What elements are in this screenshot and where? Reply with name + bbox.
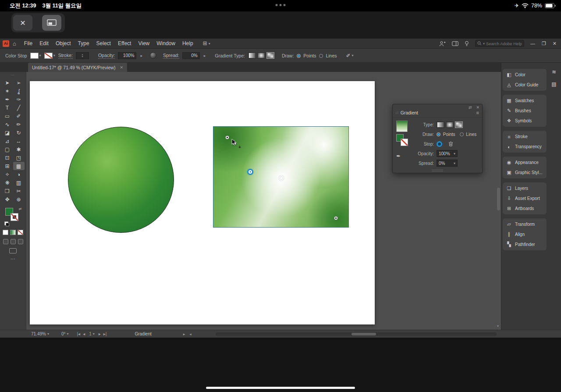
panel-stroke-indicator[interactable]: [401, 139, 408, 146]
draw-lines-radio[interactable]: Lines: [460, 132, 477, 137]
rectangle-tool[interactable]: ▭: [2, 112, 13, 120]
freeform-gradient-button[interactable]: [455, 121, 463, 128]
draw-points-radio[interactable]: Points: [297, 53, 316, 58]
horizontal-scrollbar[interactable]: [216, 332, 497, 336]
column-graph-tool[interactable]: ▥: [13, 178, 25, 187]
linear-gradient-button[interactable]: [437, 121, 444, 128]
lasso-tool[interactable]: ʆ: [13, 87, 25, 95]
status-expand-icon[interactable]: ▸: [183, 332, 185, 336]
perspective-grid-tool[interactable]: ◳: [13, 153, 25, 162]
spread-expand-button[interactable]: ▸: [203, 53, 207, 58]
panel-drag-icon[interactable]: ∷: [396, 110, 398, 115]
selection-tool[interactable]: ➤: [2, 78, 13, 87]
panel-stroke[interactable]: ≡ Stroke: [503, 132, 547, 142]
chevron-down-icon[interactable]: ▾: [82, 56, 83, 58]
arrange-windows-icon[interactable]: [452, 41, 458, 46]
panel-swatches[interactable]: ▦ Swatches: [503, 96, 547, 106]
scroll-down-icon[interactable]: ▾: [497, 324, 499, 328]
search-input[interactable]: [486, 41, 522, 46]
stroke-weight-stepper[interactable]: ▴ ▾: [76, 52, 89, 59]
panel-graphic-styles[interactable]: ▣ Graphic Styl...: [503, 167, 547, 178]
panel-brushes[interactable]: ✎ Brushes: [503, 106, 547, 116]
delete-stop-icon[interactable]: [448, 141, 453, 146]
close-tab-icon[interactable]: ✕: [120, 65, 123, 70]
collapse-panel-icon[interactable]: ⇄: [469, 105, 472, 110]
shape-builder-tool[interactable]: ⊡: [2, 153, 13, 162]
libraries-icon[interactable]: ▤: [551, 81, 556, 87]
draw-points-radio[interactable]: Points: [437, 132, 455, 137]
close-window-button[interactable]: ✕: [553, 41, 557, 46]
document-tab[interactable]: Untitled-17* @ 71.49 % (CMYK/Preview) ✕: [28, 63, 127, 72]
panel-appearance[interactable]: ◉ Appearance: [503, 157, 547, 167]
type-tool[interactable]: T: [2, 103, 13, 112]
gradient-annotator-toggle-icon[interactable]: [150, 52, 156, 59]
magic-wand-tool[interactable]: ✶: [2, 87, 13, 95]
panel-color-guide[interactable]: ◬ Color Guide: [503, 80, 547, 90]
draw-behind-button[interactable]: [11, 239, 16, 244]
mesh-tool[interactable]: ⊞: [2, 162, 13, 170]
gradient-stop[interactable]: [279, 175, 284, 181]
free-transform-tool[interactable]: ▢: [2, 145, 13, 153]
panel-asset-export[interactable]: ⇩ Asset Export: [503, 193, 547, 203]
menu-item[interactable]: Window: [153, 40, 179, 46]
direct-selection-tool[interactable]: ➢: [13, 78, 25, 87]
stroke-color-dropdown[interactable]: ▾: [44, 53, 55, 59]
artboard-number-dropdown[interactable]: 1 ▾: [88, 331, 96, 336]
close-panel-icon[interactable]: ✕: [476, 105, 479, 110]
gradient-stop[interactable]: [225, 135, 229, 139]
gradient-tool[interactable]: ▩: [13, 162, 25, 170]
slice-tool[interactable]: ✂: [13, 187, 25, 195]
menu-item[interactable]: Type: [75, 40, 93, 46]
menu-item[interactable]: Edit: [36, 40, 52, 46]
draw-normal-button[interactable]: [3, 239, 8, 244]
illustrator-logo[interactable]: Ai: [3, 40, 9, 47]
stroke-weight-label[interactable]: Stroke:: [58, 53, 73, 59]
puppet-warp-tool[interactable]: ✱: [13, 145, 25, 153]
width-tool[interactable]: ↔: [13, 137, 25, 145]
share-user-icon[interactable]: [439, 41, 446, 46]
last-artboard-button[interactable]: ▸|: [103, 331, 107, 336]
zoom-level-dropdown[interactable]: 71.49% ▾: [30, 331, 50, 336]
artboard[interactable]: +: [30, 81, 375, 324]
sidecar-display-button[interactable]: [42, 15, 61, 31]
toolbar-more-button[interactable]: ⋯: [0, 256, 26, 262]
menu-item[interactable]: Object: [52, 40, 75, 46]
artboard-tool[interactable]: ❒: [2, 187, 13, 195]
blend-tool[interactable]: ◑: [13, 170, 25, 178]
scrollbar-thumb[interactable]: [352, 333, 376, 335]
scale-tool[interactable]: ⊿: [2, 137, 13, 145]
opacity-select[interactable]: 100% ▾: [437, 150, 458, 157]
toolbar-drag-handle[interactable]: ⋯: [0, 72, 26, 77]
panel-menu-icon[interactable]: ≡: [476, 110, 479, 115]
draw-inside-button[interactable]: [18, 239, 23, 244]
panel-pathfinder[interactable]: ▚ Pathfinder: [503, 239, 547, 249]
rotation-dropdown[interactable]: 0° ▾: [60, 331, 70, 336]
rotate-tool[interactable]: ↻: [13, 128, 25, 137]
pencil-tool[interactable]: ✏: [13, 120, 25, 128]
opacity-expand-button[interactable]: ▸: [139, 53, 143, 58]
spread-select[interactable]: 0% ▾: [437, 160, 458, 167]
menu-item[interactable]: Help: [179, 40, 197, 46]
zoom-tool[interactable]: ⊕: [13, 195, 25, 203]
eyedropper-tool[interactable]: ✧: [2, 170, 13, 178]
panel-color[interactable]: ◧ Color: [503, 70, 547, 80]
paintbrush-tool[interactable]: ✐: [13, 112, 25, 120]
menu-item[interactable]: File: [21, 40, 36, 46]
opacity-label[interactable]: Opacity:: [98, 53, 115, 59]
first-artboard-button[interactable]: |◂: [77, 331, 81, 336]
gradient-stop-selected[interactable]: [247, 169, 253, 175]
panel-resize-handle[interactable]: [432, 170, 443, 171]
fill-color-dropdown[interactable]: ▾: [30, 53, 41, 59]
freeform-gradient-rectangle[interactable]: +: [213, 126, 349, 228]
swap-fill-stroke-icon[interactable]: ⇄: [19, 207, 22, 211]
menu-item[interactable]: Select: [93, 40, 114, 46]
symbol-sprayer-tool[interactable]: ❋: [2, 178, 13, 187]
panel-artboards[interactable]: ⊞ Artboards: [503, 203, 547, 214]
panel-layers[interactable]: ❏ Layers: [503, 183, 547, 193]
annotator-pen-icon[interactable]: ✒: [396, 153, 401, 159]
workspace-switcher[interactable]: ⊞ ▾: [203, 40, 210, 46]
gradient-mode-button[interactable]: [10, 230, 16, 235]
restore-button[interactable]: ❐: [542, 41, 546, 46]
scroll-left-icon[interactable]: ◂: [189, 332, 192, 336]
panel-transparency[interactable]: ◐ Transparency: [503, 142, 547, 152]
